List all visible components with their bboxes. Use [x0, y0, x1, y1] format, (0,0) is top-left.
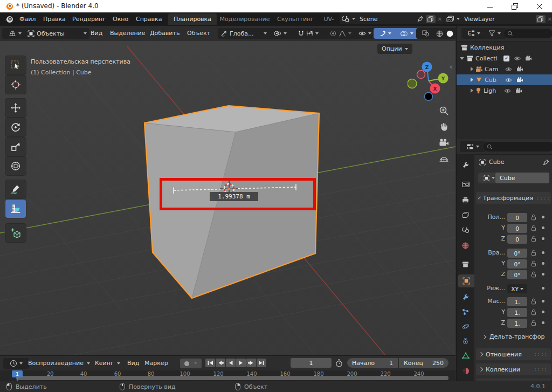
tab-constraints[interactable] — [457, 334, 474, 347]
scale-z-field[interactable]: 1. — [507, 319, 527, 328]
outliner-camera-row[interactable]: Cam — [457, 64, 552, 74]
properties-search-input[interactable] — [484, 142, 552, 152]
menu-help[interactable]: Справка — [134, 15, 164, 24]
options-dropdown[interactable]: Опции — [377, 44, 412, 54]
viewlayer-selector[interactable]: ViewLayer ✕ — [444, 13, 552, 24]
lock-open-icon[interactable] — [531, 214, 536, 221]
location-z-field[interactable]: 0 — [507, 235, 527, 244]
tab-collection[interactable] — [457, 258, 474, 271]
scale-x-field[interactable]: 1. — [507, 297, 527, 306]
hide-eye-icon[interactable] — [505, 67, 512, 72]
zoom-button[interactable] — [438, 105, 450, 116]
restore-button[interactable] — [502, 0, 527, 12]
scene-selector[interactable]: Scene ✕ — [340, 13, 444, 24]
disable-render-camera-icon[interactable] — [515, 88, 522, 93]
annotate-tool[interactable] — [5, 180, 26, 198]
minimize-button[interactable] — [478, 0, 502, 12]
lock-open-icon[interactable] — [531, 236, 536, 243]
transform-tool[interactable] — [5, 157, 26, 175]
select-box-tool[interactable] — [5, 56, 26, 74]
workspace-tab-modeling[interactable]: Моделирование — [218, 13, 271, 25]
animate-dot[interactable] — [542, 273, 544, 276]
sidebar-collapse-arrow[interactable]: ‹ — [450, 63, 452, 71]
lock-open-icon[interactable] — [531, 320, 536, 327]
tab-physics[interactable] — [457, 320, 474, 333]
blender-app-icon[interactable] — [4, 15, 13, 24]
frame-end-field[interactable]: Конец 250 — [399, 358, 448, 368]
viewport-3d[interactable]: Пользовательская перспектива (1) Collect… — [0, 41, 456, 355]
viewlayer-name[interactable]: ViewLayer — [462, 16, 534, 23]
tab-world[interactable] — [457, 239, 474, 252]
tab-output[interactable] — [457, 194, 474, 207]
gizmo-axis-neg-y[interactable] — [408, 79, 417, 88]
tab-modifiers[interactable] — [457, 291, 474, 304]
outliner-light-row[interactable]: Ligh — [457, 85, 552, 96]
play-button[interactable] — [236, 359, 246, 367]
viewlayer-new-button[interactable] — [536, 15, 546, 23]
scene-name[interactable]: Scene — [357, 16, 415, 23]
collections-panel-header[interactable]: Коллекции :::: — [476, 363, 551, 375]
tab-object[interactable] — [458, 274, 474, 287]
outliner-cube-row[interactable]: Cub — [457, 74, 552, 85]
stopwatch-icon[interactable] — [335, 359, 343, 367]
tab-render[interactable] — [457, 178, 474, 191]
object-name-field[interactable]: Cube — [495, 173, 549, 183]
navigation-gizmo[interactable]: Z Y X — [408, 60, 451, 104]
menu-window[interactable]: Окно — [111, 15, 130, 24]
menu-select[interactable]: Выделение — [110, 30, 146, 37]
snap-group[interactable] — [291, 28, 326, 39]
location-y-field[interactable]: 0 — [507, 224, 527, 233]
workspace-tab-layout[interactable]: Планировка — [168, 13, 217, 25]
hide-eye-icon[interactable] — [504, 88, 511, 93]
gizmo-axis-neg-z[interactable] — [425, 93, 433, 101]
timeline-ruler[interactable]: 20 40 60 80 100 120 140 160 180 200 220 … — [0, 370, 456, 381]
play-reverse-button[interactable] — [226, 359, 236, 367]
tab-object-data[interactable] — [457, 349, 474, 362]
animate-dot[interactable] — [542, 251, 544, 254]
disable-render-camera-icon[interactable] — [516, 77, 523, 82]
measure-tool[interactable] — [5, 200, 26, 218]
disable-render-camera-icon[interactable] — [525, 56, 532, 61]
animate-dot[interactable] — [542, 287, 544, 290]
hide-eye-icon[interactable] — [514, 56, 521, 61]
transform-orientation-dropdown[interactable]: Глоба... — [218, 28, 270, 39]
lock-open-icon[interactable] — [531, 260, 536, 267]
gizmo-axis-neg-x[interactable] — [417, 71, 425, 79]
timeline-editor-type-button[interactable] — [3, 358, 29, 369]
breadcrumb-object-name[interactable]: Cube — [489, 159, 540, 166]
add-cube-tool[interactable] — [5, 224, 26, 242]
prev-keyframe-button[interactable] — [216, 359, 225, 367]
panel-grip[interactable]: :::: — [536, 195, 550, 201]
rotation-x-field[interactable]: 0° — [507, 249, 527, 258]
jump-to-start-button[interactable] — [205, 359, 215, 367]
rotation-mode-dropdown[interactable]: XY — [507, 284, 527, 293]
pin-icon[interactable] — [543, 159, 549, 166]
menu-render[interactable]: Рендеринг — [70, 15, 108, 24]
lock-open-icon[interactable] — [531, 309, 536, 316]
next-keyframe-button[interactable] — [246, 359, 256, 367]
workspace-tab-uv[interactable]: UV- — [319, 13, 339, 25]
rotation-z-field[interactable]: 0° — [507, 270, 527, 279]
frame-start-field[interactable]: Начало 1 — [347, 358, 398, 368]
transform-panel-header[interactable]: Трансформация :::: — [476, 192, 551, 204]
current-frame-indicator[interactable]: 1 — [12, 370, 23, 377]
panel-grip[interactable]: :::: — [534, 352, 548, 357]
animate-dot[interactable] — [542, 321, 544, 324]
camera-view-button[interactable] — [438, 136, 450, 148]
animate-dot[interactable] — [542, 300, 544, 302]
animate-dot[interactable] — [542, 237, 544, 240]
tab-particles[interactable] — [457, 305, 474, 318]
delta-transform-subpanel[interactable]: Дельта-трансфор — [482, 333, 544, 340]
rotation-y-field[interactable]: 0° — [507, 259, 527, 269]
timeline-marker-menu[interactable]: Маркер — [144, 360, 168, 367]
lock-open-icon[interactable] — [531, 225, 536, 232]
viewlayer-remove-icon[interactable]: ✕ — [548, 16, 552, 22]
collection-checkbox[interactable]: ✓ — [503, 56, 509, 61]
current-frame-field[interactable]: 1 — [291, 358, 332, 368]
workspace-tab-sculpting[interactable]: Скульптинг — [273, 13, 318, 25]
animate-dot[interactable] — [542, 216, 544, 218]
cursor-tool[interactable] — [5, 75, 26, 94]
shading-mode-group[interactable] — [431, 28, 459, 39]
menu-add[interactable]: Добавить — [150, 30, 180, 37]
panel-grip[interactable]: :::: — [534, 367, 548, 372]
